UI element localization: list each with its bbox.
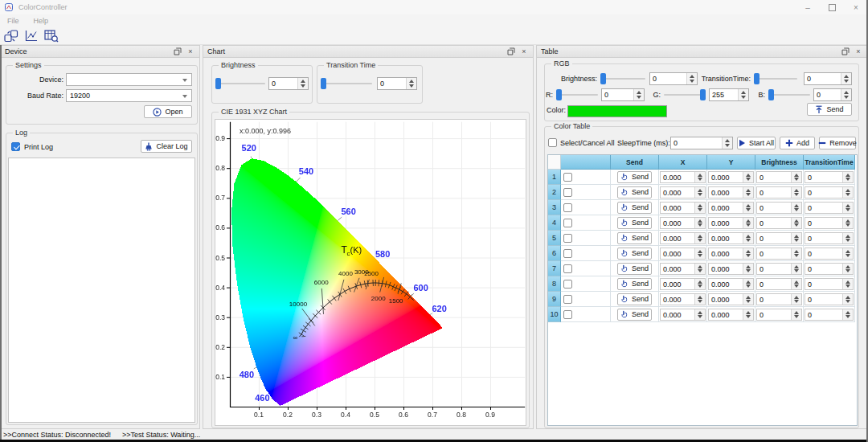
spin-down-button[interactable] <box>695 268 705 274</box>
row-send-button[interactable]: Send <box>617 248 651 260</box>
spin-down-button[interactable] <box>298 84 308 89</box>
spin-down-button[interactable] <box>843 253 853 259</box>
spin-down-button[interactable] <box>843 223 853 228</box>
float-panel-icon[interactable] <box>841 47 850 56</box>
spin-down-button[interactable] <box>841 95 851 100</box>
spin-down-button[interactable] <box>792 223 801 228</box>
spin-down-button[interactable] <box>792 299 801 305</box>
device-combobox[interactable] <box>66 73 192 86</box>
spin-down-button[interactable] <box>792 192 801 198</box>
slider-handle[interactable] <box>768 89 774 100</box>
row-x-spinbox[interactable]: 0.000 <box>660 293 706 305</box>
column-header-TransitionTime[interactable]: TransitionTime <box>804 155 855 170</box>
rgb-transitiontime-slider[interactable] <box>754 73 797 84</box>
b-spinbox[interactable]: 0 <box>813 88 852 101</box>
row-y-spinbox[interactable]: 0.000 <box>708 248 754 260</box>
spin-down-button[interactable] <box>843 299 853 305</box>
spin-down-button[interactable] <box>695 238 705 244</box>
row-select-checkbox[interactable] <box>563 188 572 197</box>
spin-down-button[interactable] <box>723 143 732 149</box>
slider-handle[interactable] <box>700 89 706 100</box>
table-corner-header[interactable] <box>548 155 561 170</box>
row-x-spinbox[interactable]: 0.000 <box>660 171 706 183</box>
spin-down-button[interactable] <box>843 192 853 198</box>
spin-down-button[interactable] <box>792 268 801 274</box>
column-header-select[interactable] <box>561 155 611 170</box>
row-y-spinbox[interactable]: 0.000 <box>708 171 754 183</box>
spin-down-button[interactable] <box>792 284 801 289</box>
log-list[interactable] <box>8 158 195 423</box>
row-transitiontime-spinbox[interactable]: 0 <box>805 263 854 275</box>
row-number[interactable]: 3 <box>548 200 561 215</box>
row-select-checkbox[interactable] <box>563 219 572 227</box>
slider-handle[interactable] <box>754 73 760 84</box>
row-x-spinbox[interactable]: 0.000 <box>660 217 706 229</box>
g-spinbox[interactable]: 255 <box>709 88 749 101</box>
row-number[interactable]: 9 <box>548 292 561 307</box>
close-panel-icon[interactable]: × <box>519 47 529 56</box>
row-send-button[interactable]: Send <box>617 186 651 198</box>
column-header-Y[interactable]: Y <box>707 155 755 170</box>
row-brightness-spinbox[interactable]: 0 <box>756 309 802 321</box>
row-transitiontime-spinbox[interactable]: 0 <box>805 278 854 290</box>
slider-handle[interactable] <box>600 73 606 84</box>
row-number[interactable]: 7 <box>548 261 561 276</box>
row-brightness-spinbox[interactable]: 0 <box>756 248 802 260</box>
row-x-spinbox[interactable]: 0.000 <box>660 278 706 290</box>
rgb-send-button[interactable]: Send <box>807 103 852 116</box>
rgb-brightness-slider[interactable] <box>600 73 645 84</box>
spin-up-button[interactable] <box>634 89 644 95</box>
row-select-checkbox[interactable] <box>563 203 572 212</box>
spin-down-button[interactable] <box>695 177 705 182</box>
spin-down-button[interactable] <box>743 207 753 213</box>
row-select-checkbox[interactable] <box>563 310 572 319</box>
brightness-slider[interactable] <box>215 78 265 89</box>
row-y-spinbox[interactable]: 0.000 <box>708 186 754 198</box>
row-y-spinbox[interactable]: 0.000 <box>708 202 754 214</box>
spin-down-button[interactable] <box>743 238 753 244</box>
row-y-spinbox[interactable]: 0.000 <box>708 217 754 229</box>
maximize-button[interactable] <box>820 0 844 14</box>
row-x-spinbox[interactable]: 0.000 <box>660 248 706 260</box>
brightness-spinbox[interactable]: 0 <box>268 77 309 90</box>
row-send-button[interactable]: Send <box>617 263 651 275</box>
spin-down-button[interactable] <box>792 314 801 320</box>
spin-down-button[interactable] <box>843 238 853 244</box>
spin-up-button[interactable] <box>739 89 748 95</box>
row-send-button[interactable]: Send <box>617 202 651 214</box>
row-x-spinbox[interactable]: 0.000 <box>660 186 706 198</box>
spin-down-button[interactable] <box>843 207 853 213</box>
device-panel-button[interactable] <box>2 28 20 44</box>
cie-1931-chart[interactable] <box>215 120 526 425</box>
row-send-button[interactable]: Send <box>617 232 651 244</box>
row-brightness-spinbox[interactable]: 0 <box>756 232 802 244</box>
row-transitiontime-spinbox[interactable]: 0 <box>805 293 854 305</box>
row-send-button[interactable]: Send <box>617 278 651 290</box>
spin-down-button[interactable] <box>695 207 705 213</box>
select-all-checkbox[interactable] <box>548 138 557 147</box>
row-brightness-spinbox[interactable]: 0 <box>756 293 802 305</box>
row-number[interactable]: 1 <box>548 170 561 185</box>
spin-down-button[interactable] <box>743 223 753 228</box>
rgb-transitiontime-spinbox[interactable]: 0 <box>804 72 852 85</box>
row-brightness-spinbox[interactable]: 0 <box>756 186 802 198</box>
spin-down-button[interactable] <box>695 192 705 198</box>
row-select-checkbox[interactable] <box>563 280 572 289</box>
b-slider[interactable] <box>768 89 810 100</box>
row-brightness-spinbox[interactable]: 0 <box>756 202 802 214</box>
row-x-spinbox[interactable]: 0.000 <box>660 202 706 214</box>
spin-down-button[interactable] <box>792 238 801 244</box>
chart-panel-button[interactable] <box>22 28 40 44</box>
spin-down-button[interactable] <box>743 268 753 274</box>
row-send-button[interactable]: Send <box>617 309 651 321</box>
transition-time-spinbox[interactable]: 0 <box>377 77 417 90</box>
slider-handle[interactable] <box>215 78 221 89</box>
table-panel-button[interactable] <box>42 28 60 44</box>
spin-down-button[interactable] <box>407 84 416 89</box>
menu-help[interactable]: Help <box>27 17 56 25</box>
close-panel-icon[interactable]: × <box>854 47 863 56</box>
add-button[interactable]: Add <box>780 137 815 149</box>
row-number[interactable]: 5 <box>548 231 561 246</box>
spin-down-button[interactable] <box>695 223 705 228</box>
baud-rate-combobox[interactable]: 19200 <box>66 89 192 102</box>
